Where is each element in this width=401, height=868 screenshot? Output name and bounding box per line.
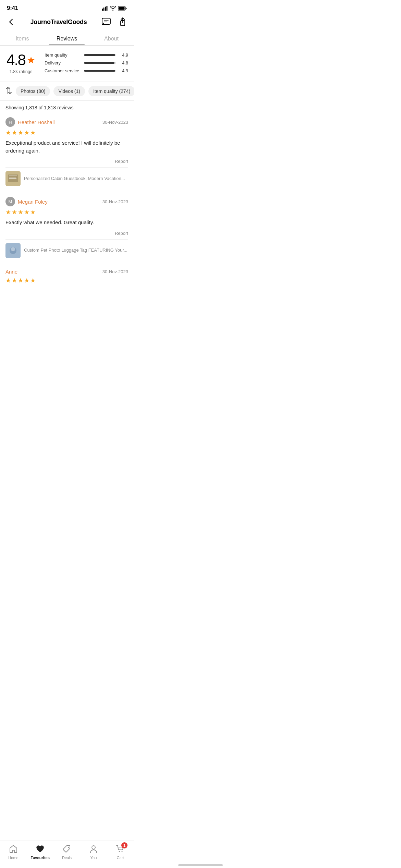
svg-rect-1 (104, 8, 105, 11)
status-bar: 9:41 (0, 0, 134, 14)
message-button[interactable] (101, 16, 112, 27)
service-bar-bg (84, 70, 116, 72)
report-button-1[interactable]: Report (115, 159, 128, 164)
tab-about[interactable]: About (89, 32, 134, 45)
review-actions-2: Report (5, 231, 128, 239)
review-card-3: Anne 30-Nov-2023 ★ ★ ★ ★ ★ (0, 263, 134, 288)
wifi-icon (110, 6, 116, 11)
reviewer-name-1[interactable]: Heather Hoshall (18, 119, 55, 125)
review-stars-1: ★ ★ ★ ★ ★ (5, 129, 128, 136)
ratings-breakdown: Item quality 4.9 Delivery 4.8 Customer s… (45, 52, 128, 76)
overall-rating: 4.8 ★ 1.8k ratings (5, 52, 36, 74)
sort-button[interactable] (5, 87, 12, 96)
filter-row: Photos (80) Videos (1) Item quality (274… (0, 82, 134, 101)
svg-rect-14 (9, 176, 17, 176)
tab-items[interactable]: Items (0, 32, 45, 45)
tab-bar: Items Reviews About (0, 32, 134, 46)
review-header-3: Anne 30-Nov-2023 (5, 269, 128, 275)
tab-reviews[interactable]: Reviews (45, 32, 89, 45)
showing-count: Showing 1,818 of 1,818 reviews (0, 101, 134, 112)
rating-star: ★ (27, 55, 35, 66)
reviewer-row-1: H Heather Hoshall (5, 117, 55, 127)
svg-rect-0 (102, 9, 103, 11)
delivery-bar-bg (84, 62, 116, 64)
review-card-2: M Megan Foley 30-Nov-2023 ★ ★ ★ ★ ★ Exac… (0, 191, 134, 263)
review-actions-1: Report (5, 159, 128, 167)
nav-bar: JournoTravelGoods (0, 14, 134, 32)
reviewer-avatar-1: H (5, 117, 15, 127)
rating-row-service: Customer service 4.9 (45, 68, 128, 73)
svg-point-19 (11, 247, 15, 251)
rating-number: 4.8 (7, 52, 25, 68)
svg-rect-16 (9, 178, 16, 179)
review-date-1: 30-Nov-2023 (102, 120, 128, 125)
product-name-1: Personalized Cabin Guestbook, Modern Vac… (24, 176, 125, 182)
reviewer-avatar-2: M (5, 197, 15, 206)
reviewer-name-2[interactable]: Megan Foley (18, 199, 48, 205)
product-ref-1[interactable]: Personalized Cabin Guestbook, Modern Vac… (5, 167, 128, 191)
quality-label: Item quality (45, 52, 81, 58)
delivery-label: Delivery (45, 60, 81, 65)
back-button[interactable] (5, 16, 16, 27)
review-date-2: 30-Nov-2023 (102, 199, 128, 204)
filter-videos[interactable]: Videos (1) (53, 86, 85, 96)
ratings-count: 1.8k ratings (9, 69, 32, 74)
rating-row-quality: Item quality 4.9 (45, 52, 128, 58)
quality-bar-fill (84, 54, 115, 56)
product-name-2: Custom Pet Photo Luggage Tag FEATURING Y… (24, 247, 127, 253)
filter-photos[interactable]: Photos (80) (16, 86, 50, 96)
message-icon (102, 18, 111, 26)
svg-rect-5 (119, 7, 125, 10)
svg-rect-2 (105, 7, 106, 11)
page-title: JournoTravelGoods (31, 19, 87, 26)
service-label: Customer service (45, 68, 81, 73)
review-header-2: M Megan Foley 30-Nov-2023 (5, 197, 128, 206)
review-date-3: 30-Nov-2023 (102, 269, 128, 274)
reviewer-name-3[interactable]: Anne (5, 269, 17, 275)
delivery-value: 4.8 (119, 60, 128, 65)
filter-item-quality[interactable]: Item quality (274) (88, 86, 134, 96)
nav-action-icons (101, 16, 128, 27)
svg-rect-3 (107, 6, 108, 11)
reviewer-row-3: Anne (5, 269, 17, 275)
product-ref-2[interactable]: Custom Pet Photo Luggage Tag FEATURING Y… (5, 239, 128, 263)
status-time: 9:41 (7, 5, 18, 12)
review-text-1: Exceptional product and service! I will … (5, 139, 128, 155)
quality-value: 4.9 (119, 52, 128, 58)
rating-row-delivery: Delivery 4.8 (45, 60, 128, 65)
battery-icon (118, 6, 127, 11)
review-card-1: H Heather Hoshall 30-Nov-2023 ★ ★ ★ ★ ★ … (0, 112, 134, 191)
report-button-2[interactable]: Report (115, 231, 128, 236)
product-thumb-1 (5, 171, 21, 186)
signal-icon (102, 6, 108, 11)
reviewer-row-2: M Megan Foley (5, 197, 48, 206)
review-stars-2: ★ ★ ★ ★ ★ (5, 208, 128, 216)
svg-rect-15 (9, 177, 16, 178)
service-bar-fill (84, 70, 115, 72)
review-stars-3: ★ ★ ★ ★ ★ (5, 277, 128, 284)
review-header-1: H Heather Hoshall 30-Nov-2023 (5, 117, 128, 127)
quality-bar-bg (84, 54, 116, 56)
share-icon (119, 17, 126, 26)
delivery-bar-fill (84, 62, 114, 64)
product-thumb-2 (5, 243, 21, 258)
service-value: 4.9 (119, 68, 128, 73)
ratings-section: 4.8 ★ 1.8k ratings Item quality 4.9 Deli… (0, 46, 134, 82)
status-icons (102, 6, 127, 11)
review-text-2: Exactly what we needed. Great quality. (5, 219, 128, 227)
share-button[interactable] (117, 16, 128, 27)
